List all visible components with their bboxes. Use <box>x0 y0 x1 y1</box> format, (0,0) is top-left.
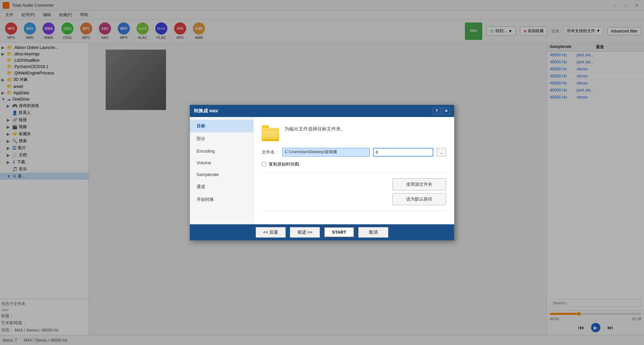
modal-nav-start[interactable]: 开始转换 <box>190 193 253 206</box>
start-button[interactable]: START <box>324 227 354 237</box>
path-input[interactable] <box>282 148 370 157</box>
modal-overlay[interactable]: 转换成 wav ? ✕ 目标 部分 Encoding Volume Sample… <box>0 0 644 345</box>
copy-timestamp-checkbox[interactable] <box>262 162 266 166</box>
modal-body: 目标 部分 Encoding Volume Samplerate 通道 开始转换 <box>190 117 454 224</box>
name-input[interactable] <box>373 148 433 157</box>
modal-actions: ? ✕ <box>433 108 450 114</box>
modal-help-button[interactable]: ? <box>433 108 441 114</box>
timestamp-row: 复制原始时间戳 <box>262 161 446 167</box>
modal-description: 为输出文件选择目标文件夹。 <box>284 125 345 132</box>
next-button[interactable]: 前进 >> <box>290 227 320 238</box>
modal-nav-volume[interactable]: Volume <box>190 157 253 169</box>
use-source-folder-button[interactable]: 使用源文件夹 <box>392 178 446 190</box>
filename-label: 文件名： <box>262 149 279 155</box>
separator-2 <box>262 211 446 211</box>
modal-footer: << 后退 前进 >> START 取消 <box>190 224 454 240</box>
set-default-path-button[interactable]: 设为默认路径 <box>392 193 446 205</box>
modal-nav-channel[interactable]: 通道 <box>190 180 253 193</box>
modal-header: 为输出文件选择目标文件夹。 <box>262 125 446 141</box>
modal-sidebar: 目标 部分 Encoding Volume Samplerate 通道 开始转换 <box>190 117 254 224</box>
modal-nav-target[interactable]: 目标 <box>190 120 253 132</box>
copy-timestamp-label: 复制原始时间戳 <box>269 161 299 167</box>
filename-row: 文件名： ... <box>262 148 446 157</box>
modal-nav-samplerate[interactable]: Samplerate <box>190 169 253 180</box>
cancel-button[interactable]: 取消 <box>358 227 388 238</box>
folder-icon-big <box>262 125 279 141</box>
modal-titlebar: 转换成 wav ? ✕ <box>190 105 454 117</box>
modal-nav-part[interactable]: 部分 <box>190 132 253 145</box>
modal-content: 为输出文件选择目标文件夹。 文件名： ... 复制原始时间戳 使用 <box>254 117 454 224</box>
modal-title: 转换成 wav <box>194 108 218 114</box>
browse-button[interactable]: ... <box>437 148 446 157</box>
modal-close-button[interactable]: ✕ <box>442 108 450 114</box>
modal-dialog: 转换成 wav ? ✕ 目标 部分 Encoding Volume Sample… <box>190 105 454 241</box>
modal-nav-encoding[interactable]: Encoding <box>190 145 253 157</box>
back-button[interactable]: << 后退 <box>256 227 286 238</box>
separator-1 <box>262 173 446 173</box>
action-buttons: 使用源文件夹 设为默认路径 <box>262 178 446 205</box>
